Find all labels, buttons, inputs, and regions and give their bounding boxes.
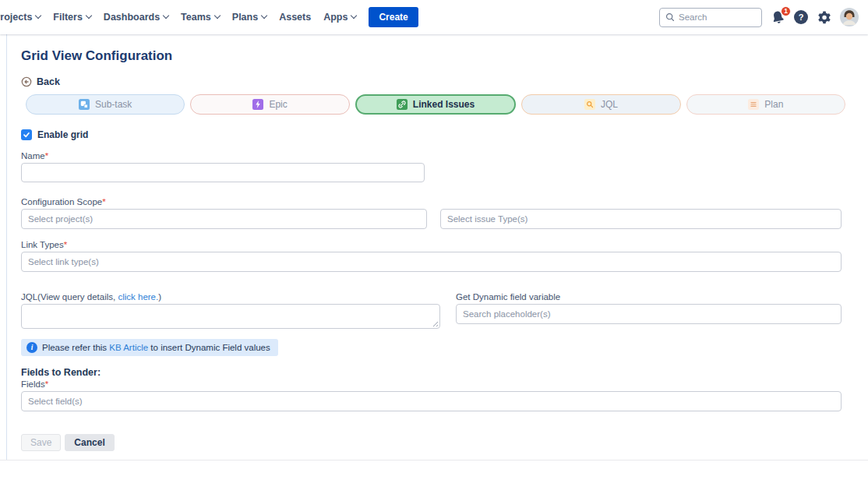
back-button[interactable]: Back xyxy=(21,76,60,88)
notification-badge: 1 xyxy=(781,6,791,16)
chevron-down-icon xyxy=(214,12,221,19)
form-actions: Save Cancel xyxy=(21,434,842,451)
link-types-label: Link Types* xyxy=(21,240,842,250)
select-issue-types-input[interactable] xyxy=(440,209,842,229)
chevron-down-icon xyxy=(86,12,92,19)
fields-to-render-group: Fields to Render: Fields* xyxy=(21,367,842,411)
plan-icon xyxy=(748,99,759,110)
select-fields-input[interactable] xyxy=(21,391,842,411)
enable-grid-row: Enable grid xyxy=(21,129,842,141)
dynamic-field-group: Get Dynamic field variable xyxy=(456,292,842,329)
banner-text: Please refer this KB Article to insert D… xyxy=(42,343,270,352)
enable-grid-label: Enable grid xyxy=(37,129,88,140)
kb-article-link[interactable]: KB Article xyxy=(109,343,148,352)
fields-to-render-title: Fields to Render: xyxy=(21,367,842,379)
search-icon xyxy=(665,12,675,22)
click-here-link[interactable]: click here. xyxy=(118,292,158,302)
user-avatar[interactable] xyxy=(840,8,859,26)
fields-label: Fields* xyxy=(21,379,842,390)
settings-button[interactable] xyxy=(817,10,831,25)
gear-icon xyxy=(817,10,831,25)
nav-item-label: Dashboards xyxy=(104,12,160,23)
required-marker: * xyxy=(102,197,105,206)
tab-jql[interactable]: JQL xyxy=(521,94,680,115)
help-button[interactable]: ? xyxy=(794,10,808,24)
tab-label: Linked Issues xyxy=(413,99,475,110)
create-button[interactable]: Create xyxy=(369,7,418,27)
nav-item-filters[interactable]: Filters xyxy=(53,12,91,23)
nav-item-dashboards[interactable]: Dashboards xyxy=(104,12,168,23)
tab-label: Sub-task xyxy=(95,99,132,110)
required-marker: * xyxy=(45,379,48,389)
search-box xyxy=(659,8,762,27)
jql-label: JQL(View query details, click here.) xyxy=(21,292,440,302)
tab-label: JQL xyxy=(601,99,618,110)
subtask-icon xyxy=(79,99,90,110)
back-arrow-icon xyxy=(21,76,32,87)
tab-linked-issues[interactable]: Linked Issues xyxy=(355,94,516,115)
required-marker: * xyxy=(64,240,67,249)
link-icon xyxy=(397,99,408,110)
nav-item-projects[interactable]: Projects xyxy=(0,12,41,23)
nav-item-label: Plans xyxy=(232,12,258,23)
nav-item-label: Assets xyxy=(279,12,311,23)
chevron-down-icon xyxy=(163,12,169,19)
select-link-types-input[interactable] xyxy=(21,252,842,272)
jql-group: JQL(View query details, click here.) xyxy=(21,292,440,329)
chevron-down-icon xyxy=(261,12,267,19)
nav-item-apps[interactable]: Apps xyxy=(323,12,356,23)
jql-search-icon xyxy=(584,99,595,110)
main-content: Grid View Configuration Back Sub-taskEpi… xyxy=(0,34,868,451)
configuration-scope-group: Configuration Scope* xyxy=(21,197,842,229)
enable-grid-checkbox[interactable] xyxy=(21,129,32,140)
tab-sub-task[interactable]: Sub-task xyxy=(26,94,185,115)
select-projects-input[interactable] xyxy=(21,209,427,229)
jql-textarea[interactable] xyxy=(21,304,440,329)
nav-item-plans[interactable]: Plans xyxy=(232,12,266,23)
nav-item-label: Projects xyxy=(0,12,32,23)
tab-plan[interactable]: Plan xyxy=(686,94,845,115)
notifications-button[interactable]: 1 xyxy=(771,10,785,25)
nav-item-teams[interactable]: Teams xyxy=(181,12,220,23)
nav-item-label: Teams xyxy=(181,12,211,23)
epic-icon xyxy=(252,99,263,110)
tab-label: Epic xyxy=(269,99,287,110)
help-icon: ? xyxy=(794,10,808,24)
page-title: Grid View Configuration xyxy=(21,48,842,64)
search-placeholders-input[interactable] xyxy=(456,304,842,324)
info-icon: i xyxy=(26,342,37,353)
chevron-down-icon xyxy=(351,12,357,19)
tab-label: Plan xyxy=(764,99,783,110)
nav-item-assets[interactable]: Assets xyxy=(279,12,311,23)
kb-info-banner: i Please refer this KB Article to insert… xyxy=(21,339,278,356)
chevron-down-icon xyxy=(35,12,41,19)
dynamic-field-label: Get Dynamic field variable xyxy=(456,292,842,302)
tab-epic[interactable]: Epic xyxy=(190,94,349,115)
top-navigation: ProjectsFiltersDashboardsTeamsPlansAsset… xyxy=(0,0,868,34)
back-label: Back xyxy=(37,76,60,87)
nav-item-label: Apps xyxy=(323,12,348,23)
jql-row: JQL(View query details, click here.) Get… xyxy=(21,292,842,329)
configuration-scope-label: Configuration Scope* xyxy=(21,197,842,207)
nav-menu: ProjectsFiltersDashboardsTeamsPlansAsset… xyxy=(0,12,356,23)
jql-textarea-wrapper xyxy=(21,304,440,329)
nav-item-label: Filters xyxy=(53,12,83,23)
required-marker: * xyxy=(45,151,48,161)
name-label: Name* xyxy=(21,151,842,161)
name-input[interactable] xyxy=(21,163,425,182)
cancel-button[interactable]: Cancel xyxy=(65,434,114,451)
nav-right-cluster: 1 ? xyxy=(659,0,859,34)
bottom-divider xyxy=(0,460,868,460)
search-input[interactable] xyxy=(679,12,756,22)
view-type-tabs: Sub-taskEpicLinked IssuesJQLPlan xyxy=(26,94,845,115)
name-field-group: Name* xyxy=(21,151,842,182)
link-types-group: Link Types* xyxy=(21,240,842,272)
save-button[interactable]: Save xyxy=(21,434,61,451)
